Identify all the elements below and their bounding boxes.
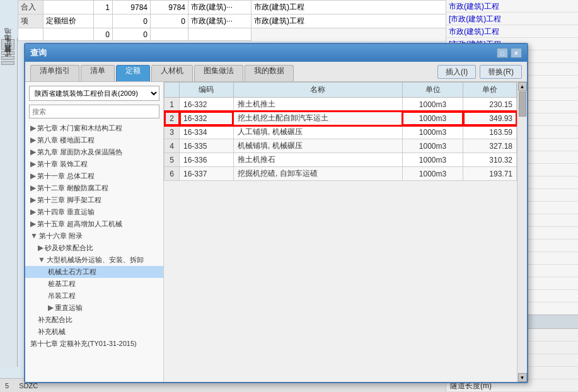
col-header-name[interactable]: 名称 [233, 83, 402, 98]
dialog-controls: □ × [497, 48, 522, 58]
sidebar-btn-1[interactable]: 地上、地 [1, 39, 14, 50]
table-row[interactable]: 1 16-332 推土机推土 1000m3 230.15 [165, 98, 517, 112]
scroll-thumb[interactable] [519, 91, 526, 117]
bg-cell: 0 [113, 28, 151, 41]
tab-qingdan-zhiyin[interactable]: 清单指引 [30, 65, 79, 81]
tree-item-earth[interactable]: 机械土石方工程 [25, 266, 163, 278]
tree-item-ch14[interactable]: ▶第十四章 垂直运输 [25, 206, 163, 218]
row-unit: 1000m3 [402, 139, 463, 153]
bg-cell: 定额组价 [43, 14, 94, 28]
tree-item-ch8[interactable]: ▶第八章 楼地面工程 [25, 134, 163, 146]
tree-item-hoist[interactable]: 吊装工程 [25, 290, 163, 302]
tree-item-ch7[interactable]: ▶第七章 木门窗和木结构工程 [25, 122, 163, 134]
tree-item-ch13[interactable]: ▶第十三章 脚手架工程 [25, 194, 163, 206]
row-name: 人工铺填, 机械碾压 [233, 125, 402, 139]
tree-container: ▶第七章 木门窗和木结构工程 ▶第八章 楼地面工程 ▶第九章 屋面防水及保温隔热… [25, 121, 163, 382]
dialog-close-button[interactable]: × [511, 48, 522, 58]
row-name: 挖掘机挖碴, 自卸车运碴 [233, 167, 402, 181]
dialog-minimize-button[interactable]: □ [497, 48, 508, 58]
replace-button[interactable]: 替换(R) [480, 65, 522, 79]
bg-cell: 1 [94, 1, 113, 14]
row-number: 6 [165, 167, 180, 181]
table-row[interactable]: 4 16-335 机械铺填, 机械碾压 1000m3 327.18 [165, 139, 517, 153]
right-panel-item[interactable]: [市政(建筑)工程 [446, 13, 578, 25]
row-name: 推土机推土 [233, 98, 402, 112]
row-code: 16-335 [180, 139, 234, 153]
table-row[interactable]: 6 16-337 挖掘机挖碴, 自卸车运碴 1000m3 193.71 [165, 167, 517, 181]
scroll-up-button[interactable]: ▲ [518, 82, 527, 91]
right-panel-item[interactable]: 市政(建筑)工程 [446, 25, 578, 38]
bg-cell [188, 28, 251, 41]
scroll-track[interactable] [518, 91, 527, 373]
tree-item-ch9[interactable]: ▶第九章 屋面防水及保温隔热 [25, 146, 163, 158]
bg-cell: 合入 [18, 1, 43, 14]
dialog-body: 陕西省建筑装饰工程价目表(2009) ▶第七章 木门窗和木结构工程 ▶第八章 楼… [25, 82, 527, 382]
insert-button[interactable]: 插入(I) [437, 65, 476, 79]
scrollbar[interactable]: ▲ ▼ [517, 82, 527, 382]
bg-cell: 0 [151, 14, 188, 28]
row-price: 349.93 [463, 112, 517, 125]
bg-cell: 项 [18, 14, 43, 28]
bg-cell: 0 [113, 14, 151, 28]
row-code: 16-336 [180, 153, 234, 167]
data-table: 编码 名称 单位 单价 1 16-332 推土机推土 1000m3 230.15 [164, 82, 517, 181]
tree-item-mach[interactable]: 补充机械 [25, 326, 163, 338]
bg-cell: 9784 [151, 1, 188, 14]
bg-cell [43, 1, 94, 14]
tree-item-sand[interactable]: ▶砂及砂浆配合比 [25, 242, 163, 254]
row-code: 16-332 [180, 98, 234, 112]
tree-item-pile[interactable]: 桩基工程 [25, 278, 163, 290]
col-header-code[interactable]: 编码 [180, 83, 234, 98]
bg-cell [94, 14, 113, 28]
dialog-titlebar: 查询 □ × [25, 44, 527, 62]
sidebar-btn-3[interactable]: 算信息 [1, 56, 14, 60]
row-number: 3 [165, 125, 180, 139]
bg-cell [43, 28, 94, 41]
tree-item-machinery[interactable]: ▼大型机械场外运输、安装、拆卸 [25, 254, 163, 266]
tree-item-mix[interactable]: 补充配合比 [25, 314, 163, 326]
bg-cell: 9784 [113, 1, 151, 14]
data-table-wrap[interactable]: 编码 名称 单位 单价 1 16-332 推土机推土 1000m3 230.15 [164, 82, 517, 382]
sidebar-btn-2[interactable]: 护 [1, 51, 14, 55]
row-price: 163.59 [463, 125, 517, 139]
tab-tujizufa[interactable]: 图集做法 [194, 65, 243, 81]
tree-item-ch12[interactable]: ▶第十二章 耐酸防腐工程 [25, 182, 163, 194]
scroll-down-button[interactable]: ▼ [518, 373, 527, 382]
sidebar-btn-4[interactable]: 式 [1, 61, 14, 65]
row-unit: 1000m3 [402, 125, 463, 139]
left-sidebar: 地上、地 护 算信息 式 [0, 38, 18, 367]
bg-cell [151, 28, 188, 41]
row-name: 挖土机挖土配自卸汽车运土 [233, 112, 402, 125]
tree-item-vert[interactable]: ▶重直运输 [25, 302, 163, 314]
tab-dinge[interactable]: 定额 [116, 65, 150, 81]
table-row-highlighted[interactable]: 2 16-332 挖土机挖土配自卸汽车运土 1000m3 349.93 [165, 112, 517, 125]
row-code: 16-334 [180, 125, 234, 139]
tab-rencaiji[interactable]: 人材机 [151, 65, 193, 81]
row-unit: 1000m3 [402, 98, 463, 112]
bg-cell: 市政(建筑)··· [188, 1, 251, 14]
right-panel-item[interactable]: 市政(建筑)工程 [446, 0, 578, 13]
province-dropdown[interactable]: 陕西省建筑装饰工程价目表(2009) [29, 86, 159, 101]
table-row[interactable]: 5 16-336 推土机推石 1000m3 310.32 [165, 153, 517, 167]
tree-item-ch15[interactable]: ▶第十五章 超高增加人工机械 [25, 218, 163, 230]
tree-item-ch16[interactable]: ▼第十六章 附录 [25, 230, 163, 242]
dialog-title: 查询 [30, 47, 47, 59]
row-price: 193.71 [463, 167, 517, 181]
tree-item-ch17[interactable]: 第十七章 定额补充(TY01-31-2015) [25, 338, 163, 350]
bg-cell: 0 [94, 28, 113, 41]
row-price: 310.32 [463, 153, 517, 167]
tab-qingdan[interactable]: 清单 [81, 65, 115, 81]
dialog-toolbar: 清单指引 清单 定额 人材机 图集做法 我的数据 插入(I) 替换(R) [25, 62, 527, 82]
col-header-unit[interactable]: 单位 [402, 83, 463, 98]
row-number: 1 [165, 98, 180, 112]
tree-item-ch10[interactable]: ▶第十章 装饰工程 [25, 158, 163, 170]
tree-item-ch11[interactable]: ▶第十一章 总体工程 [25, 170, 163, 182]
row-price: 230.15 [463, 98, 517, 112]
row-number: 4 [165, 139, 180, 153]
search-input[interactable] [29, 105, 159, 118]
col-header-price[interactable]: 单价 [463, 83, 517, 98]
row-name: 机械铺填, 机械碾压 [233, 139, 402, 153]
table-row[interactable]: 3 16-334 人工铺填, 机械碾压 1000m3 163.59 [165, 125, 517, 139]
row-price: 327.18 [463, 139, 517, 153]
tab-wodeshuju[interactable]: 我的数据 [245, 65, 294, 81]
